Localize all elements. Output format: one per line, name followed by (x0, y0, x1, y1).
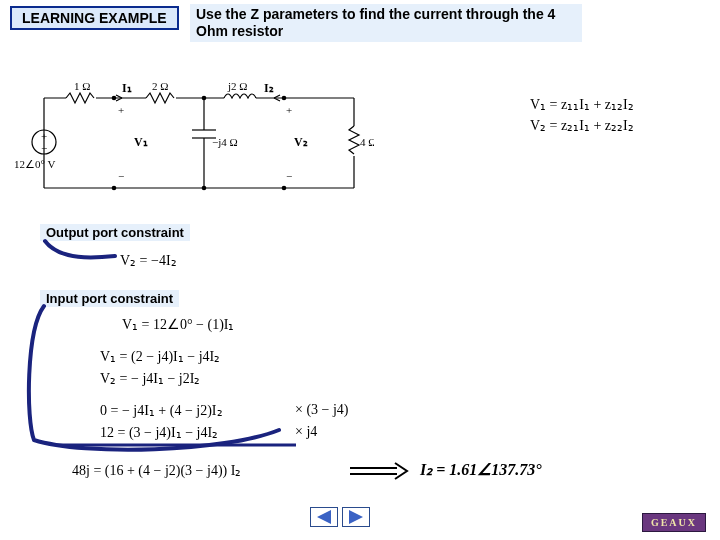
svg-point-8 (282, 96, 287, 101)
r2-label: 2 Ω (152, 80, 168, 92)
svg-text:+: + (118, 104, 124, 116)
next-slide-button[interactable] (342, 507, 370, 527)
prompt-text: Use the Z parameters to find the current… (196, 6, 555, 39)
z-parameter-equations: V₁ = z₁₁I₁ + z₁₂I₂ V₂ = z₂₁I₁ + z₂₂I₂ (530, 94, 634, 136)
eq-mult-2: × j4 (295, 424, 317, 440)
svg-point-9 (282, 186, 287, 191)
eq-v2-zparam: V₂ = − j4I₁ − j2I₂ (100, 370, 200, 387)
svg-marker-28 (317, 510, 331, 524)
prev-slide-button[interactable] (310, 507, 338, 527)
r1-label: 1 Ω (74, 80, 90, 92)
svg-text:+: + (41, 130, 47, 142)
eq-v1-input: V₁ = 12∠0° − (1)I₁ (122, 316, 235, 333)
zeq-line2: V₂ = z₂₁I₁ + z₂₂I₂ (530, 115, 634, 136)
answer-i2: I₂ = 1.61∠137.73° (420, 460, 542, 479)
curve-annotation-out (40, 236, 120, 266)
l-label: j2 Ω (227, 80, 247, 92)
svg-marker-29 (349, 510, 363, 524)
footer-logo: GEAUX (642, 513, 706, 532)
svg-text:−: − (41, 142, 47, 154)
rl-label: 4 Ω (360, 136, 374, 148)
underline-annotation (56, 442, 296, 448)
problem-prompt: Use the Z parameters to find the current… (190, 4, 582, 42)
eq-combined-2: 12 = (3 − j4)I₁ − j4I₂ (100, 424, 218, 441)
eq-combined-1: 0 = − j4I₁ + (4 − j2)I₂ (100, 402, 223, 419)
implies-arrow-icon (345, 460, 410, 484)
eq-final: 48j = (16 + (4 − j2)(3 − j4)) I₂ (72, 462, 241, 479)
v1-label: V₁ (134, 135, 148, 149)
i1-label: I₁ (122, 81, 132, 95)
svg-point-4 (112, 96, 117, 101)
svg-text:+: + (286, 104, 292, 116)
eq-v1-zparam: V₁ = (2 − j4)I₁ − j4I₂ (100, 348, 220, 365)
eq-mult-1: × (3 − j4) (295, 402, 349, 418)
zeq-line1: V₁ = z₁₁I₁ + z₁₂I₂ (530, 94, 634, 115)
svg-text:−: − (118, 170, 124, 182)
eq-v2-output: V₂ = −4I₂ (120, 252, 177, 269)
circuit-diagram: 1 Ω 2 Ω j2 Ω −j4 Ω 4 Ω + − 12∠0° V I₁ I₂… (14, 80, 374, 210)
banner-title: LEARNING EXAMPLE (22, 10, 167, 26)
learning-example-banner: LEARNING EXAMPLE (10, 6, 179, 30)
i2-label: I₂ (264, 81, 274, 95)
svg-point-5 (112, 186, 117, 191)
v2-label: V₂ (294, 135, 308, 149)
c-label: −j4 Ω (212, 136, 238, 148)
nav-controls (310, 507, 370, 530)
svg-text:−: − (286, 170, 292, 182)
vs-label: 12∠0° V (14, 158, 55, 170)
